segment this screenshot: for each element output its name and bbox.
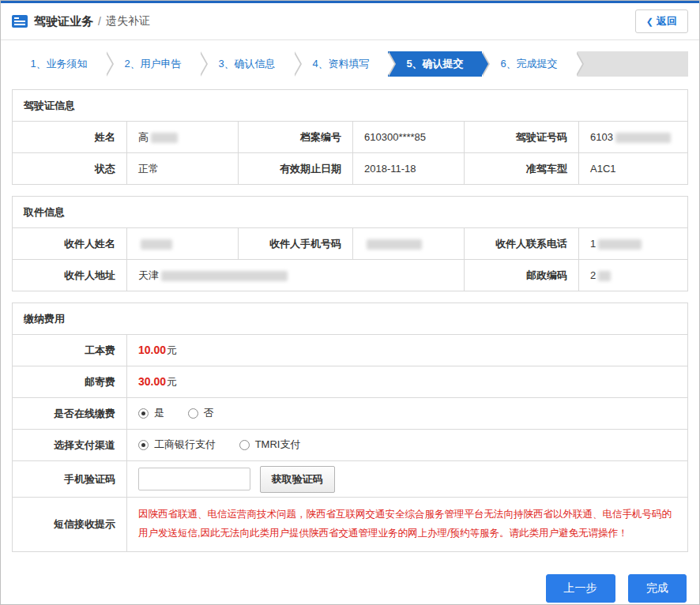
channel-icbc-radio[interactable]: 工商银行支付 [138, 438, 216, 452]
step-label: 4、资料填写 [312, 57, 369, 71]
step-3-confirm-info[interactable]: 3、确认信息 [200, 51, 294, 77]
production-fee-label: 工本费 [13, 335, 127, 366]
mail-fee-amount: 30.00 [138, 375, 166, 388]
radio-checked-icon [138, 440, 149, 450]
redacted-recipient-tel [598, 239, 642, 250]
recipient-phone-label: 收件人手机号码 [239, 228, 353, 260]
breadcrumb-current: 遗失补证 [106, 14, 150, 28]
prev-step-button[interactable]: 上一步 [546, 574, 615, 603]
breadcrumb-separator: / [98, 15, 101, 28]
recipient-tel-label: 收件人联系电话 [465, 228, 579, 260]
redacted-postcode [598, 271, 611, 281]
step-1-business-notice[interactable]: 1、业务须知 [12, 51, 106, 77]
file-no-value: 610300****85 [353, 122, 465, 153]
name-value: 高 [127, 122, 239, 153]
address-value: 天津 [127, 260, 465, 291]
recipient-name-value [127, 228, 239, 260]
footer-actions: 上一步 完成 [1, 563, 699, 605]
redacted-license-no [615, 133, 671, 143]
address-label: 收件人地址 [13, 260, 127, 291]
expiry-value: 2018-11-18 [353, 153, 465, 185]
postcode-label: 邮政编码 [465, 260, 579, 291]
step-4-fill-data[interactable]: 4、资料填写 [294, 51, 388, 77]
recipient-tel-value: 1 [579, 228, 688, 260]
pickup-section-title: 取件信息 [13, 197, 688, 228]
redacted-name [151, 133, 178, 143]
step-6-finish-submit[interactable]: 6、完成提交 [482, 51, 576, 77]
pay-channel-label: 选择支付渠道 [13, 430, 127, 461]
back-button-label: 返回 [657, 14, 677, 28]
license-business-icon [12, 15, 28, 28]
step-label: 2、用户申告 [124, 57, 181, 71]
payment-section-title: 缴纳费用 [13, 303, 688, 335]
step-5-confirm-submit[interactable]: 5、确认提交 [388, 51, 482, 77]
online-pay-no-label: 否 [204, 406, 214, 420]
channel-icbc-label: 工商银行支付 [154, 438, 216, 452]
fee-unit: 元 [167, 376, 177, 388]
header: 驾驶证业务 / 遗失补证 ❮ 返回 [1, 3, 699, 40]
online-pay-label: 是否在线缴费 [13, 398, 127, 430]
status-label: 状态 [13, 153, 127, 185]
step-label: 3、确认信息 [218, 57, 275, 71]
license-no-label: 驾驶证号码 [465, 122, 579, 153]
sms-code-field: 获取验证码 [127, 461, 688, 498]
step-nav: 1、业务须知 2、用户申告 3、确认信息 4、资料填写 5、确认提交 6、完成提… [12, 51, 688, 77]
online-pay-yes-radio[interactable]: 是 [138, 406, 164, 420]
channel-tmri-radio[interactable]: TMRI支付 [239, 438, 301, 452]
license-info-table: 驾驶证信息 姓名 高 档案编号 610300****85 驾驶证号码 6103 … [12, 89, 688, 185]
license-section-title: 驾驶证信息 [13, 90, 688, 122]
sms-notice-label: 短信接收提示 [13, 498, 127, 552]
license-no-value: 6103 [579, 122, 688, 153]
page: 驾驶证业务 / 遗失补证 ❮ 返回 1、业务须知 2、用户申告 3、确认信息 4… [0, 0, 700, 605]
mail-fee-value: 30.00元 [127, 366, 688, 398]
page-title: 驾驶证业务 [34, 14, 93, 29]
redacted-address [161, 271, 288, 281]
step-label: 6、完成提交 [500, 57, 557, 71]
redacted-recipient-phone [367, 239, 422, 250]
mail-fee-label: 邮寄费 [13, 366, 127, 398]
radio-unchecked-icon [239, 440, 250, 450]
get-code-button[interactable]: 获取验证码 [260, 466, 335, 493]
name-label: 姓名 [13, 122, 127, 153]
sms-code-input[interactable] [138, 468, 250, 490]
online-pay-yes-label: 是 [154, 406, 164, 420]
online-pay-options: 是 否 [127, 398, 688, 430]
finish-button[interactable]: 完成 [628, 574, 687, 603]
channel-tmri-label: TMRI支付 [255, 438, 301, 452]
status-value: 正常 [127, 153, 239, 185]
file-no-label: 档案编号 [239, 122, 353, 153]
step-2-user-declaration[interactable]: 2、用户申告 [106, 51, 200, 77]
recipient-phone-value [353, 228, 465, 260]
postcode-value: 2 [579, 260, 688, 291]
radio-unchecked-icon [188, 408, 198, 419]
vehicle-type-value: A1C1 [579, 153, 688, 185]
sms-notice-text: 因陕西省联通、电信运营商技术问题，陕西省互联网交通安全综合服务管理平台无法向持陕… [138, 505, 676, 543]
sms-notice-cell: 因陕西省联通、电信运营商技术问题，陕西省互联网交通安全综合服务管理平台无法向持陕… [127, 498, 688, 552]
pickup-info-table: 取件信息 收件人姓名 收件人手机号码 收件人联系电话 1 收件人地址 天津 邮政… [12, 196, 688, 291]
step-nav-tail [578, 51, 688, 77]
production-fee-value: 10.00元 [127, 335, 688, 366]
step-label: 5、确认提交 [406, 57, 463, 71]
online-pay-no-radio[interactable]: 否 [188, 406, 214, 420]
production-fee-amount: 10.00 [138, 344, 166, 356]
radio-checked-icon [138, 408, 149, 419]
back-chevron-icon: ❮ [646, 17, 653, 27]
redacted-recipient-name [141, 239, 172, 250]
vehicle-type-label: 准驾车型 [465, 153, 579, 185]
expiry-label: 有效期止日期 [239, 153, 353, 185]
step-label: 1、业务须知 [30, 57, 87, 71]
pay-channel-options: 工商银行支付 TMRI支付 [127, 430, 688, 461]
back-button[interactable]: ❮ 返回 [635, 9, 688, 33]
payment-table: 缴纳费用 工本费 10.00元 邮寄费 30.00元 是否在线缴费 是 否 [12, 302, 688, 552]
recipient-name-label: 收件人姓名 [13, 228, 127, 260]
sms-code-label: 手机验证码 [13, 461, 127, 498]
fee-unit: 元 [167, 344, 177, 356]
